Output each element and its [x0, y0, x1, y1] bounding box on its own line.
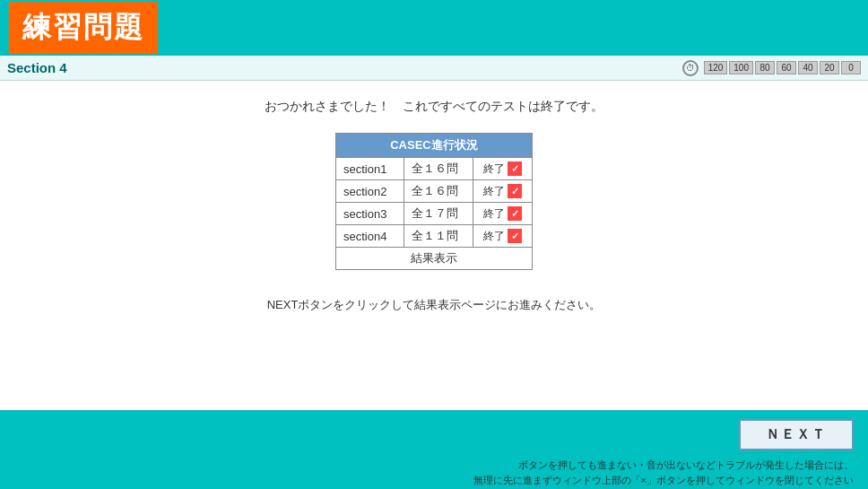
timer-seg-80: 80 [755, 61, 775, 74]
timer-seg-120: 120 [704, 61, 728, 74]
check-icon: ✓ [508, 184, 522, 198]
section4-count: 全１１問 [404, 225, 473, 248]
main-content: おつかれさまでした！ これですべてのテストは終了です。 CASEC進行状況 se… [0, 81, 868, 431]
table-row: section4 全１１問 終了 ✓ [336, 225, 533, 248]
app-title: 練習問題 [22, 11, 144, 43]
section4-status: 終了 ✓ [473, 225, 532, 248]
section-bar: Section 4 ⏱ 120 100 80 60 40 20 0 [0, 56, 868, 81]
section2-label: section2 [336, 180, 404, 203]
section4-label: section4 [336, 225, 404, 248]
section1-count: 全１６問 [404, 158, 473, 180]
check-icon: ✓ [508, 206, 522, 221]
next-button[interactable]: ＮＥＸＴ [739, 419, 854, 450]
casec-table-wrapper: CASEC進行状況 section1 全１６問 終了 ✓ section2 全１… [335, 133, 533, 270]
casec-table: CASEC進行状況 section1 全１６問 終了 ✓ section2 全１… [335, 133, 533, 270]
footer: ＮＥＸＴ ボタンを押しても進まない・音が出ないなどトラブルが発生した場合には、 … [0, 410, 868, 489]
table-row-result: 結果表示 [336, 248, 533, 270]
check-icon: ✓ [508, 229, 522, 243]
title-box: 練習問題 [9, 2, 158, 54]
section-label: Section 4 [7, 60, 67, 75]
section1-label: section1 [336, 158, 404, 180]
header-banner: 練習問題 [0, 0, 868, 56]
section2-status: 終了 ✓ [473, 180, 532, 203]
footer-note: ボタンを押しても進まない・音が出ないなどトラブルが発生した場合には、 無理に先に… [473, 458, 854, 487]
section1-status: 終了 ✓ [473, 158, 532, 180]
timer-seg-60: 60 [777, 61, 796, 74]
footer-note-line2: 無理に先に進まずウィンドウ上部の「×」ボタンを押してウィンドウを閉じてください [473, 473, 854, 488]
timer-bar: ⏱ 120 100 80 60 40 20 0 [682, 60, 861, 76]
table-row: section1 全１６問 終了 ✓ [336, 158, 533, 180]
timer-seg-0: 0 [841, 61, 861, 74]
timer-seg-100: 100 [729, 61, 753, 74]
section3-count: 全１７問 [404, 203, 473, 225]
table-title: CASEC進行状況 [336, 134, 533, 158]
timer-seg-40: 40 [798, 61, 818, 74]
result-label: 結果表示 [336, 248, 533, 270]
table-row: section2 全１６問 終了 ✓ [336, 180, 533, 203]
table-row: section3 全１７問 終了 ✓ [336, 203, 533, 225]
completion-message: おつかれさまでした！ これですべてのテストは終了です。 [265, 99, 603, 115]
timer-icon: ⏱ [682, 60, 699, 76]
section3-label: section3 [336, 203, 404, 225]
timer-seg-20: 20 [820, 61, 839, 74]
table-header-row: CASEC進行状況 [336, 134, 533, 158]
footer-note-line1: ボタンを押しても進まない・音が出ないなどトラブルが発生した場合には、 [473, 458, 854, 473]
next-instruction: NEXTボタンをクリックして結果表示ページにお進みください。 [267, 297, 602, 313]
section2-count: 全１６問 [404, 180, 473, 203]
section3-status: 終了 ✓ [473, 203, 532, 225]
check-icon: ✓ [508, 162, 522, 176]
